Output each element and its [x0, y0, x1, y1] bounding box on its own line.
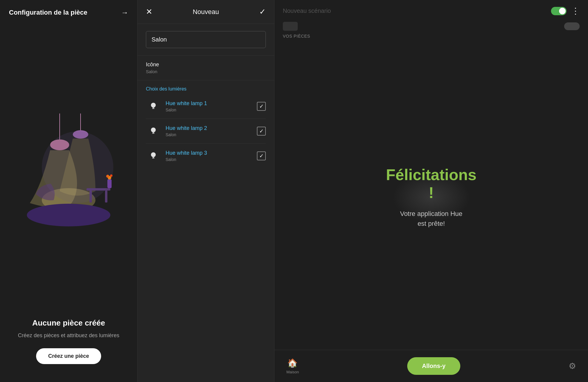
modal-close-button[interactable]: ✕	[146, 7, 152, 16]
room-name-input[interactable]	[146, 31, 266, 48]
svg-point-14	[151, 103, 156, 108]
modal-body: Icône Salon Choix des lumières Hue	[138, 24, 274, 382]
bulb-icon-2	[149, 126, 158, 136]
left-header: Configuration de la pièce →	[0, 0, 137, 25]
lamp-icon-wrap-2	[146, 124, 161, 139]
lamp-location-2: Salon	[166, 132, 257, 137]
lamp-checkbox-3[interactable]: ✓	[257, 151, 266, 160]
lamp-item-3[interactable]: Hue white lamp 3 Salon ✓	[146, 144, 266, 168]
left-header-title: Configuration de la pièce	[9, 9, 87, 16]
svg-rect-16	[152, 108, 155, 109]
nav-settings[interactable]: ⚙	[569, 361, 576, 371]
right-header-title: Nouveau scénario	[283, 7, 331, 14]
congrats-desc: Votre application Hueest prête!	[400, 209, 462, 228]
lamp-name-1-num: 1	[204, 100, 207, 106]
no-room-desc: Créez des pièces et attribuez des lumièr…	[9, 332, 128, 339]
left-header-arrow[interactable]: →	[121, 8, 128, 17]
svg-point-13	[42, 131, 113, 203]
svg-rect-8	[105, 191, 107, 202]
lights-title-highlight: lumières	[169, 86, 186, 91]
allons-y-button[interactable]: Allons-y	[407, 357, 461, 375]
right-top-row	[274, 22, 588, 34]
scenario-toggle[interactable]	[551, 7, 567, 15]
lamp-checkbox-2[interactable]: ✓	[257, 127, 266, 136]
placeholder-element-1	[283, 22, 298, 31]
lamp-name-3-prefix: Hue white lamp	[166, 150, 204, 156]
congrats-content: Félicitations ! Votre application Hueest…	[387, 167, 476, 227]
modal-title: Nouveau	[193, 8, 219, 16]
right-panel: Nouveau scénario ⋮ VOS PIÈCES Félicitati…	[274, 0, 588, 382]
lamp-name-1: Hue white lamp 1	[166, 100, 257, 107]
congrats-title: Félicitations !	[386, 166, 476, 202]
svg-rect-19	[152, 133, 155, 134]
vos-pieces-label: VOS PIÈCES	[274, 34, 588, 39]
placeholder-toggle-2	[564, 22, 580, 30]
lamp-icon-wrap-3	[146, 148, 161, 163]
lamp-name-3: Hue white lamp 3	[166, 150, 257, 156]
lamp-name-1-prefix: Hue white lamp	[166, 100, 204, 106]
lamp-location-3: Salon	[166, 157, 257, 162]
room-illustration	[12, 108, 125, 227]
lamp-info-2: Hue white lamp 2 Salon	[166, 125, 257, 137]
more-options-icon[interactable]: ⋮	[571, 6, 580, 16]
left-illustration	[0, 25, 137, 309]
lamp-name-2: Hue white lamp 2	[166, 125, 257, 131]
icon-section-title: Icône	[146, 62, 266, 68]
modal-header: ✕ Nouveau ✓	[138, 0, 274, 24]
bottom-nav-bar: 🏠 Maison Allons-y ⚙	[274, 350, 588, 382]
svg-point-20	[151, 152, 156, 157]
svg-point-17	[151, 128, 156, 132]
room-name-section	[138, 24, 274, 56]
lamp-icon-wrap-1	[146, 99, 161, 114]
new-room-modal: ✕ Nouveau ✓ Icône Salon Choix des lumièr…	[137, 0, 274, 382]
lamp-name-3-num: 3	[204, 150, 207, 156]
lights-section-title: Choix des lumières	[146, 86, 266, 92]
svg-rect-15	[152, 108, 154, 108]
bulb-icon-3	[149, 151, 158, 161]
lamp-info-1: Hue white lamp 1 Salon	[166, 100, 257, 112]
svg-rect-21	[152, 157, 154, 158]
left-panel: Configuration de la pièce →	[0, 0, 137, 382]
left-bottom: Aucune pièce créée Créez des pièces et a…	[0, 309, 137, 382]
settings-icon: ⚙	[569, 361, 576, 371]
lamp-checkbox-1[interactable]: ✓	[257, 102, 266, 111]
nav-maison-label: Maison	[286, 370, 299, 374]
modal-confirm-button[interactable]: ✓	[259, 7, 266, 16]
svg-rect-22	[152, 158, 155, 159]
bulb-icon-1	[149, 102, 158, 111]
lamp-name-2-num: 2	[204, 125, 207, 131]
no-room-title: Aucune pièce créée	[9, 318, 128, 328]
lamp-info-3: Hue white lamp 3 Salon	[166, 150, 257, 162]
lamp-name-2-prefix: Hue white lamp	[166, 125, 204, 131]
svg-point-5	[27, 204, 110, 226]
lamp-location-1: Salon	[166, 108, 257, 112]
create-room-button[interactable]: Créez une pièce	[36, 348, 101, 364]
icon-section[interactable]: Icône Salon	[138, 56, 274, 80]
lights-section: Choix des lumières Hue white lamp 1 Salo…	[138, 80, 274, 171]
home-icon: 🏠	[287, 358, 298, 368]
nav-maison[interactable]: 🏠 Maison	[286, 358, 299, 374]
lights-title-prefix: Choix des	[146, 86, 169, 91]
right-header: Nouveau scénario ⋮	[274, 0, 588, 22]
lamp-item-1[interactable]: Hue white lamp 1 Salon ✓	[146, 94, 266, 119]
lamp-item-2[interactable]: Hue white lamp 2 Salon ✓	[146, 119, 266, 144]
svg-rect-18	[152, 132, 154, 133]
icon-section-subtitle: Salon	[146, 69, 266, 74]
congratulations-area: Félicitations ! Votre application Hueest…	[274, 45, 588, 350]
